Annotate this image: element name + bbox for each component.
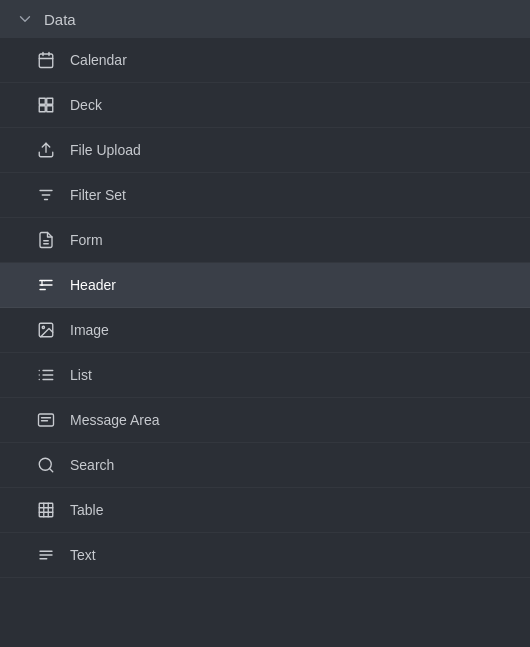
deck-icon <box>36 95 56 115</box>
svg-rect-5 <box>47 98 53 104</box>
sidebar-item-label-filter-set: Filter Set <box>70 187 126 203</box>
sidebar-item-label-deck: Deck <box>70 97 102 113</box>
svg-rect-28 <box>39 503 53 517</box>
form-icon <box>36 230 56 250</box>
sidebar-item-form[interactable]: Form <box>0 218 530 263</box>
sidebar-item-search[interactable]: Search <box>0 443 530 488</box>
file-upload-icon <box>36 140 56 160</box>
sidebar-item-filter-set[interactable]: Filter Set <box>0 173 530 218</box>
filter-set-icon <box>36 185 56 205</box>
sidebar: Data Calendar Deck <box>0 0 530 647</box>
chevron-down-icon <box>16 10 34 28</box>
sidebar-item-message-area[interactable]: Message Area <box>0 398 530 443</box>
calendar-icon <box>36 50 56 70</box>
list-icon <box>36 365 56 385</box>
sidebar-item-calendar[interactable]: Calendar <box>0 38 530 83</box>
svg-rect-7 <box>47 106 53 112</box>
sidebar-item-label-image: Image <box>70 322 109 338</box>
sidebar-item-deck[interactable]: Deck <box>0 83 530 128</box>
sidebar-item-header[interactable]: T Header <box>0 263 530 308</box>
svg-point-16 <box>42 326 44 328</box>
sidebar-item-file-upload[interactable]: File Upload <box>0 128 530 173</box>
sidebar-item-label-header: Header <box>70 277 116 293</box>
text-icon <box>36 545 56 565</box>
header-icon: T <box>36 275 56 295</box>
svg-rect-23 <box>39 414 54 426</box>
svg-rect-0 <box>39 54 53 68</box>
sidebar-item-table[interactable]: Table <box>0 488 530 533</box>
svg-text:T: T <box>39 279 45 288</box>
sidebar-item-list[interactable]: List <box>0 353 530 398</box>
sidebar-item-label-search: Search <box>70 457 114 473</box>
sidebar-item-label-text: Text <box>70 547 96 563</box>
table-icon <box>36 500 56 520</box>
message-area-icon <box>36 410 56 430</box>
sidebar-item-text[interactable]: Text <box>0 533 530 578</box>
sidebar-item-label-calendar: Calendar <box>70 52 127 68</box>
section-label: Data <box>44 11 76 28</box>
svg-line-27 <box>49 468 52 471</box>
sidebar-item-label-file-upload: File Upload <box>70 142 141 158</box>
section-header-data[interactable]: Data <box>0 0 530 38</box>
svg-rect-6 <box>39 106 45 112</box>
sidebar-item-label-list: List <box>70 367 92 383</box>
sidebar-item-label-form: Form <box>70 232 103 248</box>
search-icon <box>36 455 56 475</box>
sidebar-item-label-table: Table <box>70 502 103 518</box>
svg-rect-4 <box>39 98 45 104</box>
sidebar-item-label-message-area: Message Area <box>70 412 160 428</box>
image-icon <box>36 320 56 340</box>
sidebar-item-image[interactable]: Image <box>0 308 530 353</box>
